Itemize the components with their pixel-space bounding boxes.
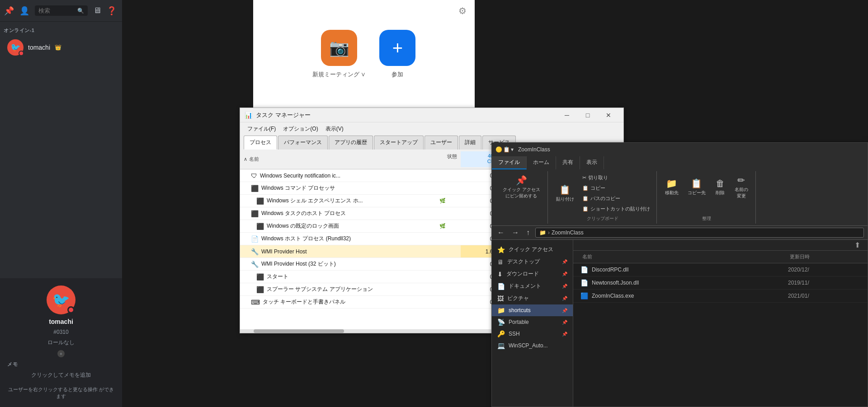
tm-menu-options[interactable]: オプション(O) xyxy=(279,123,321,135)
path-icon: 📋 xyxy=(582,196,589,201)
cut-label: 切り取り xyxy=(588,174,608,181)
fe-group-clipboard: 📋 貼り付け ✂ 切り取り 📋 コピー xyxy=(549,171,657,224)
path-copy-btn[interactable]: 📋 パスのコピー xyxy=(580,194,653,203)
tm-close-btn[interactable]: ✕ xyxy=(598,108,619,122)
folder-icon-1: 🟡 xyxy=(495,146,502,153)
tm-minimize-btn[interactable]: ─ xyxy=(557,108,577,122)
discord-self-section: 🐦 tomachi #0310 ロールなし + メモ クリックしてメモを追加 ユ… xyxy=(0,278,122,407)
copy-to-btn[interactable]: 📋 コピー先 xyxy=(684,176,709,198)
tab-performance[interactable]: パフォーマンス xyxy=(278,136,328,150)
sidebar-item-desktop[interactable]: 🖥 デスクトップ 📌 xyxy=(492,256,573,268)
documents-pin-icon: 📌 xyxy=(562,284,567,289)
tab-details[interactable]: 詳細 xyxy=(459,136,481,150)
path-copy-label: パスのコピー xyxy=(590,195,620,202)
sidebar-item-winscp[interactable]: 💻 WinSCP_Auto... xyxy=(492,340,573,351)
search-icon: 🔍 xyxy=(77,8,84,14)
user-icon[interactable]: 👤 xyxy=(19,6,29,16)
organize-actions: 📁 移動先 📋 コピー先 🗑 削除 ✏ 名前の変更 xyxy=(661,173,752,201)
crown-icon: 👑 xyxy=(55,44,61,51)
file-item-zoominclass[interactable]: 🟦 ZoomInClass.exe 2021/01/ xyxy=(573,290,868,303)
file-explorer: 🟡 📋 ▾ ZoomInClass ファイル ホーム 共有 表示 📌 クイック … xyxy=(491,142,868,407)
zoom-app: ⚙ 📷 新規ミーティング ∨ + 参加 xyxy=(253,0,475,108)
discord-user-item[interactable]: 🐦 tomachi 👑 xyxy=(2,36,120,59)
self-tag: #0310 xyxy=(53,329,68,335)
quick-access-icon: 📌 xyxy=(516,175,527,186)
file-date-discordrpc: 2020/12/ xyxy=(788,267,860,273)
col-name-header[interactable]: 名前 xyxy=(249,156,259,163)
clipboard-actions: 📋 貼り付け ✂ 切り取り 📋 コピー xyxy=(552,173,653,214)
sidebar-item-shortcuts[interactable]: 📁 shortcuts 📌 xyxy=(492,304,573,316)
help-icon[interactable]: ❓ xyxy=(107,6,117,16)
ssh-pin-icon: 📌 xyxy=(562,332,567,337)
tab-view[interactable]: 表示 xyxy=(580,156,604,169)
file-item-discordrpc[interactable]: 📄 DiscordRPC.dll 2020/12/ xyxy=(573,263,868,276)
online-section-label: オンライン-1 xyxy=(0,22,122,36)
delete-label: 削除 xyxy=(716,190,725,196)
scrollbar-thumb[interactable] xyxy=(254,329,344,333)
up-btn[interactable]: ↑ xyxy=(524,228,532,238)
quick-access-icon: ⭐ xyxy=(497,246,505,253)
join-btn[interactable]: + 参加 xyxy=(379,30,415,79)
tm-maximize-btn[interactable]: □ xyxy=(577,108,598,122)
back-btn[interactable]: ← xyxy=(495,228,506,238)
shortcuts-pin-icon: 📌 xyxy=(562,308,567,313)
tm-menu-view[interactable]: 表示(V) xyxy=(322,123,347,135)
monitor-icon[interactable]: 🖥 xyxy=(93,6,101,15)
discord-sidebar: ─ □ ✕ 🔔 📌 👤 🔍 🖥 ❓ オンライン-1 🐦 tomachi 👑 🐦 … xyxy=(0,0,122,407)
copy-icon: 📋 xyxy=(582,185,589,191)
sidebar-item-pictures[interactable]: 🖼 ピクチャ 📌 xyxy=(492,292,573,304)
tab-home[interactable]: ホーム xyxy=(527,156,556,169)
winscp-icon: 💻 xyxy=(497,342,505,349)
sidebar-downloads-label: ダウンロード xyxy=(506,270,539,278)
tab-file[interactable]: ファイル xyxy=(492,156,527,169)
sidebar-quick-access-label: クイック アクセス xyxy=(509,246,553,253)
file-date-newtonsoft: 2019/11/ xyxy=(788,280,860,286)
copy-btn[interactable]: 📋 コピー xyxy=(580,183,653,193)
tab-startup[interactable]: スタートアップ xyxy=(374,136,424,150)
sidebar-documents-label: ドキュメント xyxy=(509,282,541,290)
sort-scroll-icon[interactable]: ⬆ xyxy=(854,241,860,249)
sidebar-pictures-label: ピクチャ xyxy=(507,295,529,302)
paste-btn[interactable]: 📋 貼り付け xyxy=(552,182,578,204)
file-item-newtonsoft[interactable]: 📄 Newtonsoft.Json.dll 2019/11/ xyxy=(573,276,868,290)
tab-users[interactable]: ユーザー xyxy=(425,136,458,150)
sidebar-item-documents[interactable]: 📄 ドキュメント 📌 xyxy=(492,280,573,292)
fe-folder-icons: 🟡 📋 ▾ xyxy=(495,146,514,153)
tm-menu-file[interactable]: ファイル(F) xyxy=(244,123,279,135)
col-name-header[interactable]: 名前 xyxy=(580,253,788,261)
tab-share[interactable]: 共有 xyxy=(556,156,580,169)
sidebar-desktop-label: デスクトップ xyxy=(507,258,540,266)
move-to-btn[interactable]: 📁 移動先 xyxy=(661,176,682,198)
sidebar-item-downloads[interactable]: ⬇ ダウンロード 📌 xyxy=(492,268,573,280)
search-input[interactable] xyxy=(38,7,75,14)
copy-to-icon: 📋 xyxy=(691,178,702,189)
shortcut-paste-btn[interactable]: 📋 ショートカットの貼り付け xyxy=(580,204,653,214)
cut-btn[interactable]: ✂ 切り取り xyxy=(580,173,653,182)
tab-processes[interactable]: プロセス xyxy=(244,136,277,150)
sidebar-item-ssh[interactable]: 🔑 SSH 📌 xyxy=(492,328,573,340)
forward-btn[interactable]: → xyxy=(510,228,521,238)
discord-search[interactable]: 🔍 xyxy=(35,5,88,16)
tab-app-history[interactable]: アプリの履歴 xyxy=(329,136,373,150)
add-role-btn[interactable]: + xyxy=(57,350,65,357)
desktop-icon: 🖥 xyxy=(497,258,504,266)
sidebar-item-portable[interactable]: 📡 Portable 📌 xyxy=(492,316,573,328)
rename-btn[interactable]: ✏ 名前の変更 xyxy=(731,173,752,201)
delete-btn[interactable]: 🗑 削除 xyxy=(711,177,729,198)
quick-access-btn[interactable]: 📌 クイック アクセスにピン留めする xyxy=(499,173,544,201)
memo-placeholder[interactable]: クリックしてメモを追加 xyxy=(31,371,91,379)
fe-sidebar: ⭐ クイック アクセス 🖥 デスクトップ 📌 ⬇ ダウンロード 📌 📄 ドキュメ… xyxy=(492,240,573,407)
self-role: ロールなし xyxy=(47,339,75,346)
rename-icon: ✏ xyxy=(737,175,745,186)
col-date-header[interactable]: 更新日時 xyxy=(788,253,860,261)
pin-icon[interactable]: 📌 xyxy=(4,6,14,16)
zoom-gear-icon[interactable]: ⚙ xyxy=(458,5,467,16)
sidebar-item-quick-access[interactable]: ⭐ クイック アクセス xyxy=(492,243,573,256)
task-manager-titlebar: 📊 タスク マネージャー ─ □ ✕ xyxy=(240,108,623,122)
new-meeting-btn[interactable]: 📷 新規ミーティング ∨ xyxy=(312,30,366,79)
file-name-discordrpc: DiscordRPC.dll xyxy=(592,267,628,273)
col-status-header[interactable]: 状態 xyxy=(425,151,461,167)
pictures-icon: 🖼 xyxy=(497,295,504,302)
address-bar[interactable]: 📁 › ZoomInClass xyxy=(535,228,864,238)
folder-icon-3: ▾ xyxy=(511,146,514,153)
